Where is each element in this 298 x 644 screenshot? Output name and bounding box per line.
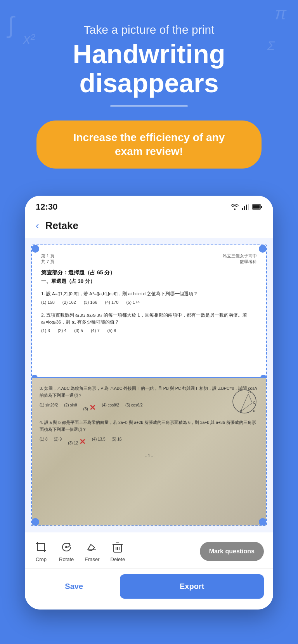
svg-text:P: P <box>253 409 255 413</box>
q4-opt-4: (4) 13.5 <box>92 437 105 446</box>
photo-paper: 3. 如圖，△ABC 為銳角三角形，P 為 △ABC 外接圓 Γ 的一點，且 P… <box>32 378 266 525</box>
doc-meta-right: 私立三億女子高中數學考科 <box>223 253 257 265</box>
q4-opt-1: (1) 8 <box>40 437 48 446</box>
q1-opt-4: (4) 170 <box>105 300 119 305</box>
bottom-actions: Save Export <box>25 568 273 610</box>
svg-point-15 <box>66 546 67 548</box>
mark-questions-button[interactable]: Mark questions <box>200 542 264 561</box>
q3-opt-1: (1) sin2θ/2 <box>40 403 58 412</box>
q2-opt-1: (1) 3 <box>41 328 50 333</box>
q1-text: 1. 設 A=[[1,2],[0,3]]，若 A⁴=[[a,b],[c,d]]，… <box>41 290 257 297</box>
rotate-label: Rotate <box>59 556 74 562</box>
q2-opt-3: (3) 5 <box>74 328 83 333</box>
hero-section: ∫ x² π Σ Take a picture of the print Han… <box>0 0 298 184</box>
svg-line-12 <box>248 394 252 403</box>
hero-title: Handwriting disappears <box>23 40 275 98</box>
app-header: ‹ Retake <box>25 215 273 238</box>
doc-main-title: 第壹部分：選擇題（占 65 分） <box>41 269 257 276</box>
signal-icon <box>242 204 249 210</box>
q4-opt-3: (3) 12 ✕ <box>68 437 86 446</box>
delete-label: Delete <box>111 556 125 562</box>
circle-diagram: A C B P <box>229 386 260 417</box>
document-area: 第 1 頁共 7 頁 私立三億女子高中數學考科 第壹部分：選擇題（占 65 分）… <box>25 238 273 532</box>
doc-meta: 第 1 頁共 7 頁 私立三億女子高中數學考科 <box>41 253 257 265</box>
q4-opt-2: (2) 9 <box>54 437 62 446</box>
delete-icon <box>111 540 125 554</box>
q4-text: 4. 設 a 與 b 都是平面上不為零的向量，若 2a+b 與 a+2b 所張成… <box>40 419 258 433</box>
q2-opt-2: (2) 4 <box>58 328 67 333</box>
q3-opt-4: (4) cosθ/2 <box>102 403 119 412</box>
svg-rect-6 <box>261 206 262 208</box>
q3-opt-3: (3) ✕ <box>83 403 96 412</box>
q4-opt-5: (5) 16 <box>112 437 122 446</box>
q3-options: (1) sin2θ/2 (2) sinθ (3) ✕ (4) cosθ/2 (5… <box>40 403 258 412</box>
hero-subtitle: Take a picture of the print <box>23 23 275 36</box>
page-number: - 1 - <box>40 453 258 461</box>
battery-icon <box>252 204 262 210</box>
q2-opt-5: (5) 8 <box>107 328 116 333</box>
doc-title-section: 第壹部分：選擇題（占 65 分） 一、單選題（占 30 分） <box>41 269 257 285</box>
tool-group: Crop Rotate <box>34 540 125 562</box>
delete-tool[interactable]: Delete <box>111 540 125 562</box>
eraser-icon <box>85 540 99 554</box>
wifi-icon <box>230 204 239 210</box>
doc-meta-left: 第 1 頁共 7 頁 <box>41 253 54 265</box>
svg-rect-3 <box>248 204 249 210</box>
rotate-icon <box>59 540 73 554</box>
back-button[interactable]: ‹ <box>36 220 39 232</box>
status-bar: 12:30 <box>25 196 273 215</box>
eraser-tool[interactable]: Eraser <box>85 540 99 562</box>
q3-opt-5: (5) cosθ/2 <box>125 403 142 412</box>
deco-math-1: ∫ <box>8 12 14 38</box>
cta-button[interactable]: Increase the efficiency of any exam revi… <box>36 121 262 169</box>
svg-point-7 <box>233 390 256 413</box>
question-3: 3. 如圖，△ABC 為銳角三角形，P 為 △ABC 外接圓 Γ 的一點，且 P… <box>40 385 258 412</box>
hero-divider <box>110 105 188 107</box>
document-top: 第 1 頁共 7 頁 私立三億女子高中數學考科 第壹部分：選擇題（占 65 分）… <box>32 245 266 377</box>
svg-text:C: C <box>253 401 256 405</box>
export-button[interactable]: Export <box>120 574 264 599</box>
crop-tool[interactable]: Crop <box>34 540 48 562</box>
svg-rect-2 <box>246 205 247 210</box>
question-4: 4. 設 a 與 b 都是平面上不為零的向量，若 2a+b 與 a+2b 所張成… <box>40 419 258 446</box>
q1-options: (1) 158 (2) 162 (3) 166 (4) 170 (5) 174 <box>41 300 257 305</box>
q3-text: 3. 如圖，△ABC 為銳角三角形，P 為 △ABC 外接圓 Γ 的一點，且 P… <box>40 385 258 399</box>
q1-opt-1: (1) 158 <box>41 300 55 305</box>
q1-opt-3: (3) 166 <box>84 300 97 305</box>
deco-math-3: π <box>275 4 286 23</box>
toolbar: Crop Rotate <box>25 532 273 568</box>
status-time: 12:30 <box>36 202 57 212</box>
q2-options: (1) 3 (2) 4 (3) 5 (4) 7 (5) 8 <box>41 328 257 333</box>
doc-subtitle: 一、單選題（占 30 分） <box>41 278 257 285</box>
status-icons <box>230 204 262 210</box>
q2-opt-4: (4) 7 <box>91 328 100 333</box>
save-button[interactable]: Save <box>34 574 114 599</box>
document-bottom: 3. 如圖，△ABC 為銳角三角形，P 為 △ABC 外接圓 Γ 的一點，且 P… <box>32 378 266 525</box>
crop-frame: 第 1 頁共 7 頁 私立三億女子高中數學考科 第壹部分：選擇題（占 65 分）… <box>31 245 267 526</box>
crop-label: Crop <box>36 556 47 562</box>
q4-options: (1) 8 (2) 9 (3) 12 ✕ (4) 13.5 (5) 16 <box>40 437 258 446</box>
q1-opt-5: (5) 174 <box>126 300 140 305</box>
phone-container: 12:30 <box>0 184 298 610</box>
rotate-tool[interactable]: Rotate <box>59 540 74 562</box>
q3-opt-2: (2) sinθ <box>64 403 77 412</box>
eraser-label: Eraser <box>85 556 99 562</box>
header-title: Retake <box>45 220 78 232</box>
svg-rect-1 <box>244 206 245 210</box>
question-1: 1. 設 A=[[1,2],[0,3]]，若 A⁴=[[a,b],[c,d]]，… <box>41 290 257 304</box>
svg-text:A: A <box>248 390 251 394</box>
svg-rect-0 <box>242 208 243 210</box>
question-2: 2. 五項實數數列 a₁,a₂,a₃,a₄,a₅ 的每一項都大於 1，且每相鄰的… <box>41 312 257 333</box>
phone-mockup: 12:30 <box>25 196 273 610</box>
crop-icon <box>34 540 48 554</box>
q2-text: 2. 五項實數數列 a₁,a₂,a₃,a₄,a₅ 的每一項都大於 1，且每相鄰的… <box>41 312 257 326</box>
svg-rect-5 <box>253 205 260 209</box>
q1-opt-2: (2) 162 <box>62 300 76 305</box>
